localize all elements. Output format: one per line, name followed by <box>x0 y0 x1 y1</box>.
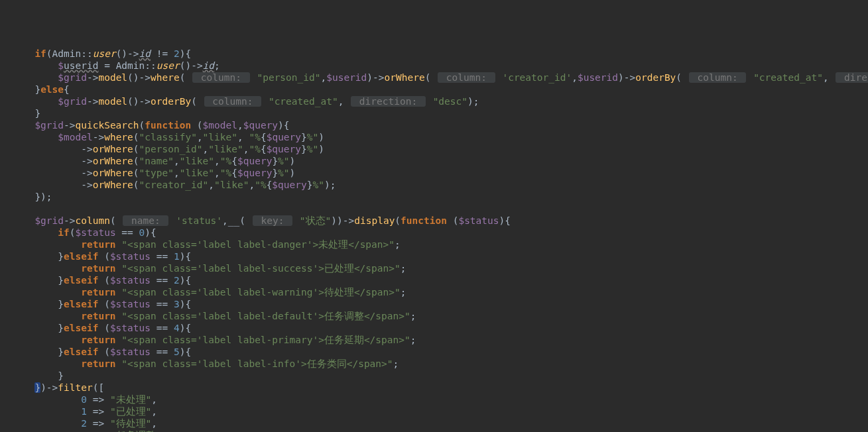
code-editor[interactable]: if(Admin::user()->id != 2){ $userid = Ad… <box>0 48 868 432</box>
